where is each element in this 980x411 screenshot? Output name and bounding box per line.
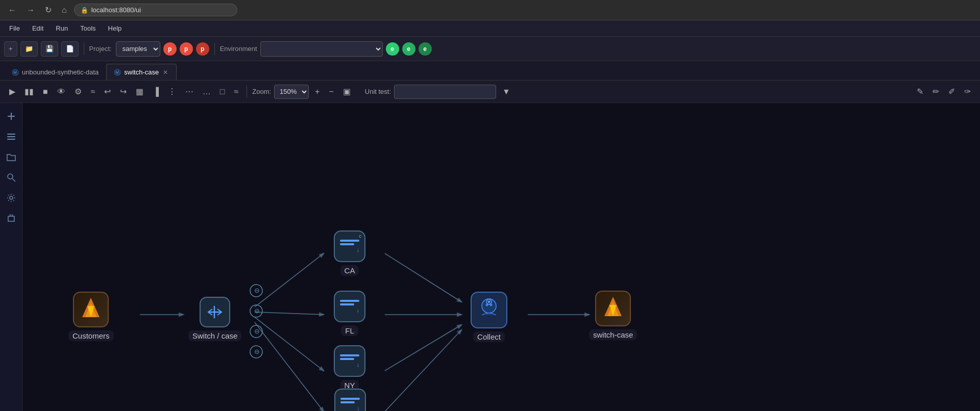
nav-refresh[interactable]: ↻ [42, 3, 55, 17]
split-btn[interactable]: ▐ [150, 85, 161, 98]
nav-forward[interactable]: → [23, 4, 38, 17]
svg-line-10 [255, 312, 324, 315]
edit-btn-1[interactable]: ✎ [914, 85, 926, 98]
menu-edit[interactable]: Edit [27, 22, 48, 34]
ut-expand-btn[interactable]: ▼ [499, 85, 513, 98]
customers-label: Customers [68, 330, 114, 341]
pause-btn[interactable]: ▮▮ [21, 85, 37, 98]
tab-label-2: switch-case [124, 68, 159, 76]
tab-close-btn[interactable]: ✕ [162, 69, 169, 76]
nav-back[interactable]: ← [5, 4, 19, 17]
add-pipeline-btn[interactable]: + [4, 41, 17, 57]
fl-label: FL [341, 325, 358, 336]
layout-btn[interactable]: □ [217, 85, 228, 98]
p-icon-3[interactable]: p [196, 42, 209, 56]
menu-tools[interactable]: Tools [75, 22, 101, 34]
align-btn[interactable]: ⋮ [165, 85, 179, 98]
align2-btn[interactable]: ⋯ [182, 85, 197, 98]
sidebar-icon-plugin[interactable] [2, 209, 20, 227]
zoom-select[interactable]: 150% 50% 75% 100% 125% 200% [274, 85, 309, 99]
zoom-out-btn[interactable]: − [326, 85, 336, 98]
zoom-in-btn[interactable]: + [312, 85, 323, 98]
svg-point-18 [250, 285, 262, 297]
sidebar-icon-pipeline[interactable] [2, 127, 20, 146]
ca-icon: ↓ c [334, 230, 365, 262]
svg-point-24 [250, 346, 262, 358]
customers-node[interactable]: Customers [68, 292, 114, 341]
collect-label: Collect [473, 331, 505, 342]
sidebar-icon-settings[interactable] [2, 189, 20, 207]
switch-case-node[interactable]: Switch / case [188, 297, 241, 341]
sidebar-icon-add[interactable] [2, 107, 20, 125]
zoom-fit-btn[interactable]: ▣ [340, 85, 354, 98]
collect-icon [471, 292, 507, 328]
export-btn[interactable]: 📄 [61, 41, 79, 57]
ny-node[interactable]: ↓ NY [334, 345, 365, 391]
grid-btn[interactable]: ▦ [133, 85, 146, 98]
svg-line-6 [12, 178, 15, 182]
environment-select[interactable] [260, 41, 383, 57]
p-icon-1[interactable]: p [163, 42, 177, 56]
sidebar-icon-search[interactable] [2, 168, 20, 187]
preview-btn[interactable]: 👁 [54, 85, 68, 98]
tab-stream-icon-1: ㊙ [12, 68, 19, 77]
svg-line-15 [385, 325, 461, 371]
ca-node[interactable]: ↓ c CA [334, 230, 365, 276]
url-text: localhost:8080/ui [91, 6, 141, 14]
e-icon-1[interactable]: e [386, 42, 399, 56]
unit-test-input[interactable] [394, 85, 496, 99]
lock-icon: 🔒 [81, 7, 88, 14]
more-btn[interactable]: … [200, 85, 214, 98]
nav-home[interactable]: ⌂ [59, 4, 70, 17]
environment-label: Environment [220, 45, 257, 53]
output-node[interactable]: switch-case [589, 291, 637, 340]
redo-btn[interactable]: ↪ [117, 85, 130, 98]
tab-unbounded-synthetic-data[interactable]: ㊙ unbounded-synthetic-data [4, 64, 106, 80]
switch-label: Switch / case [188, 330, 241, 341]
switch-icon [200, 297, 230, 327]
svg-rect-3 [7, 136, 15, 137]
browser-chrome: ← → ↻ ⌂ 🔒 localhost:8080/ui [0, 0, 980, 20]
menu-run[interactable]: Run [51, 22, 73, 34]
stream-btn[interactable]: ≈ [88, 85, 99, 98]
project-label: Project: [89, 45, 112, 53]
canvas[interactable]: ⊖ ⊖ ⊖ ⊖ Customers [22, 103, 980, 411]
svg-point-20 [250, 305, 262, 317]
customers-icon [73, 292, 109, 327]
flow-connections: ⊖ ⊖ ⊖ ⊖ [22, 103, 980, 411]
edit-btn-3[interactable]: ✐ [945, 85, 958, 98]
default-node[interactable]: ↓ Default [334, 389, 366, 411]
svg-text:⊖: ⊖ [254, 327, 260, 335]
address-bar[interactable]: 🔒 localhost:8080/ui [74, 4, 237, 16]
edit-btn-4[interactable]: ✑ [961, 85, 974, 98]
output-label: switch-case [589, 329, 637, 340]
collect-node[interactable]: Collect [471, 292, 507, 342]
stop-btn[interactable]: ■ [40, 85, 51, 98]
menu-file[interactable]: File [4, 22, 25, 34]
play-btn[interactable]: ▶ [6, 85, 18, 98]
tab-switch-case[interactable]: ㊙ switch-case ✕ [106, 64, 177, 80]
ca-label: CA [340, 265, 359, 276]
undo-btn[interactable]: ↩ [101, 85, 114, 98]
e-icon-2[interactable]: e [402, 42, 415, 56]
settings-btn[interactable]: ⚙ [71, 85, 85, 98]
ny-icon: ↓ [334, 345, 365, 377]
toolbar: + 📁 💾 📄 Project: samples p p p Environme… [0, 37, 980, 61]
sep1 [84, 43, 84, 55]
open-btn[interactable]: 📁 [20, 41, 38, 57]
p-icon-2[interactable]: p [180, 42, 193, 56]
stream2-btn[interactable]: ≈ [231, 85, 241, 98]
svg-text:⊖: ⊖ [254, 307, 260, 315]
save-btn[interactable]: 💾 [41, 41, 58, 57]
output-icon [595, 291, 631, 326]
e-icon-3[interactable]: e [419, 42, 432, 56]
fl-node[interactable]: ↓ FL [334, 291, 365, 336]
sidebar-icon-folder[interactable] [2, 148, 20, 166]
sep2 [214, 43, 215, 55]
menu-help[interactable]: Help [103, 22, 127, 34]
project-select[interactable]: samples [116, 41, 160, 57]
svg-point-36 [488, 301, 490, 303]
edit-btn-2[interactable]: ✏ [929, 85, 942, 98]
unit-test-label: Unit test: [365, 88, 391, 95]
svg-line-11 [255, 317, 324, 371]
